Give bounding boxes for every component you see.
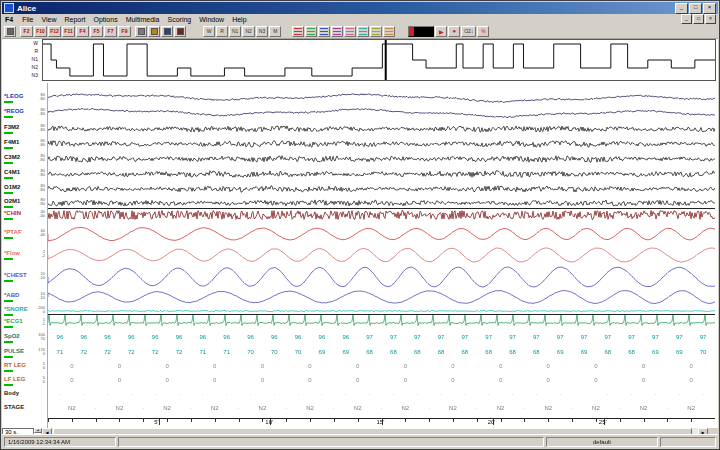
event-marker-6-button[interactable] [357, 26, 369, 37]
menu-multimedia[interactable]: Multimedia [122, 16, 164, 23]
channel-scale: 80-80 [39, 154, 45, 162]
channel-label-f3m2: F3M2 [4, 124, 19, 130]
event-marker-7-button[interactable] [370, 26, 382, 37]
hypnogram-canvas[interactable] [43, 40, 715, 80]
lf-leg-value: 0 [636, 377, 652, 384]
calibration-mark [4, 177, 13, 179]
print-icon[interactable] [4, 26, 16, 37]
pulse-value: 68 [624, 349, 640, 356]
channel-label-rtleg: RT LEG [4, 362, 26, 368]
mdi-restore-button[interactable]: □ [693, 14, 704, 24]
rt-leg-value: 0 [159, 363, 175, 370]
fkey-f10-button[interactable]: F10 [34, 26, 47, 37]
menu-scoring[interactable]: Scoring [164, 16, 196, 23]
lf-leg-value: 0 [64, 377, 80, 384]
stage-epoch-dot: · [659, 405, 675, 412]
channel-scale: 1-1 [41, 318, 45, 326]
record-button[interactable]: ● [448, 26, 460, 37]
stage-key-w-button[interactable]: W [203, 26, 215, 37]
fkey-f2-button[interactable]: F2 [20, 26, 33, 37]
stage-epoch-dot: · [278, 405, 294, 412]
lf-leg-value: 0 [302, 377, 318, 384]
channel-scale: 80-80 [39, 93, 45, 101]
fkey-f4-button[interactable]: F4 [76, 26, 89, 37]
body-position-mark: · [695, 391, 711, 398]
stage-value: N2 [540, 405, 556, 412]
rt-leg-value: 0 [493, 363, 509, 370]
calibration-mark [4, 101, 13, 103]
channel-label-column: *LEOG80-80*REOG80-80F3M280-80F4M180-80C3… [2, 83, 48, 428]
channel-label-ecg1: *ECG1 [4, 318, 23, 324]
body-position-mark: · [314, 391, 330, 398]
event-marker-5-button[interactable] [344, 26, 356, 37]
mdi-close-button[interactable]: × [705, 14, 716, 24]
pulse-value: 72 [147, 349, 163, 356]
event-marker-4-button[interactable] [331, 26, 343, 37]
channel-scale: 80-80 [39, 169, 45, 177]
stage-value: N2 [683, 405, 699, 412]
channel-label-flow: *Flow [4, 250, 20, 256]
settings-icon[interactable] [174, 26, 186, 37]
spo2-value: 97 [362, 334, 378, 341]
channel-label-o2m1: O2M1 [4, 198, 20, 204]
recording-tab-label[interactable]: F4 [5, 16, 13, 23]
channel-label-chin: *CHIN [4, 210, 21, 216]
pulse-value: 69 [647, 349, 663, 356]
spo2-value: 96 [195, 334, 211, 341]
rt-leg-value: 0 [207, 363, 223, 370]
clock-icon[interactable] [148, 26, 160, 37]
event-squiggle-icon [372, 28, 380, 35]
menu-file[interactable]: File [18, 16, 37, 23]
channel-label-chest: *CHEST [4, 272, 27, 278]
marker-icon[interactable] [161, 26, 173, 37]
close-button[interactable]: × [703, 3, 716, 14]
menu-help[interactable]: Help [228, 16, 250, 23]
spo2-value: 97 [624, 334, 640, 341]
event-marker-2-button[interactable] [305, 26, 317, 37]
minimize-button[interactable]: _ [675, 3, 688, 14]
menu-view[interactable]: View [37, 16, 60, 23]
scissors-icon[interactable] [135, 26, 147, 37]
body-position-mark: · [457, 391, 473, 398]
menu-report[interactable]: Report [61, 16, 90, 23]
spo2-value: 97 [695, 334, 711, 341]
stage-key-n1-button[interactable]: N1 [229, 26, 241, 37]
calibration-mark [4, 206, 13, 208]
stage-key-r-button[interactable]: R [216, 26, 228, 37]
time-axis-label: 15' [377, 418, 385, 426]
channel-label-reog: *REOG [4, 108, 24, 114]
body-position-mark: · [362, 391, 378, 398]
mdi-minimize-button[interactable]: _ [681, 14, 692, 24]
event-marker-3-button[interactable] [318, 26, 330, 37]
stage-key-n3-button[interactable]: N3 [256, 26, 268, 37]
video-bar-button[interactable] [408, 26, 434, 37]
fkey-f9-button[interactable]: F9 [118, 26, 131, 37]
fkey-f7-button[interactable]: F7 [104, 26, 117, 37]
stage-key-m-button[interactable]: M [269, 26, 281, 37]
rt-leg-value: 0 [683, 363, 699, 370]
channel-scale: 2000 [38, 306, 45, 314]
stage-key-n2-button[interactable]: N2 [242, 26, 254, 37]
spo2-value: 96 [100, 334, 116, 341]
stage-value: N2 [111, 405, 127, 412]
spo2-value: 97 [576, 334, 592, 341]
menu-window[interactable]: Window [195, 16, 228, 23]
calibration-mark [4, 300, 13, 302]
event-marker-1-button[interactable] [292, 26, 304, 37]
scissors-icon [138, 28, 145, 35]
fkey-f12-button[interactable]: F12 [48, 26, 61, 37]
spo2-value: 97 [647, 334, 663, 341]
channel-scale: 80-80 [39, 139, 45, 147]
event-squiggle-icon [359, 28, 367, 35]
menu-options[interactable]: Options [90, 16, 122, 23]
maximize-button[interactable]: □ [689, 3, 702, 14]
rt-leg-value: 0 [540, 363, 556, 370]
zoom-percent-button[interactable]: % [477, 26, 489, 37]
o2-desat-button[interactable]: O2↓ [461, 26, 476, 37]
fkey-f5-button[interactable]: F5 [90, 26, 103, 37]
calibration-mark [4, 314, 13, 316]
fkey-f11-button[interactable]: F11 [62, 26, 75, 37]
event-marker-8-button[interactable] [383, 26, 395, 37]
body-position-mark: · [147, 391, 163, 398]
play-button[interactable]: ▶ [435, 26, 447, 37]
